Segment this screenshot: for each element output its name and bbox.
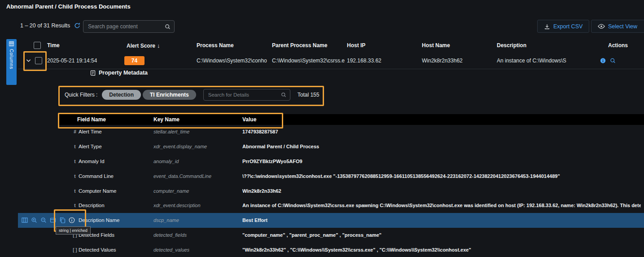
eye-icon bbox=[598, 24, 605, 29]
field-type-icon: # bbox=[71, 129, 79, 134]
field-value: PrrO9ZYBktzPWyo5AFO9 bbox=[242, 159, 302, 164]
key-name: stellar.alert_time bbox=[153, 129, 189, 134]
chevron-down-icon[interactable] bbox=[26, 59, 31, 62]
book-icon bbox=[90, 70, 96, 76]
key-name: computer_name bbox=[153, 188, 189, 194]
investigate-search-icon[interactable] bbox=[610, 58, 616, 63]
field-name: Alert Type bbox=[79, 144, 102, 149]
detail-search-icon[interactable] bbox=[281, 92, 286, 97]
sort-desc-icon[interactable]: ↓ bbox=[157, 42, 160, 49]
results-count: 1 – 20 of 31 Results bbox=[20, 22, 70, 29]
header-description[interactable]: Description bbox=[497, 42, 526, 49]
header-time[interactable]: Time bbox=[47, 42, 60, 49]
header-host-name[interactable]: Host Name bbox=[422, 42, 450, 49]
field-type-icon: t bbox=[71, 203, 79, 208]
field-name: Anomaly Id bbox=[79, 159, 105, 164]
key-name: anomaly_id bbox=[153, 159, 179, 164]
cell-host-name: Win2k8r2n33h62 bbox=[422, 58, 489, 64]
cell-host-ip: 192.168.33.62 bbox=[347, 58, 414, 64]
table-columns-icon[interactable] bbox=[22, 217, 28, 223]
field-type-tooltip: string | enriched bbox=[56, 226, 91, 235]
select-view-label: Select View bbox=[608, 23, 637, 30]
quick-filters-label: Quick Filters : bbox=[65, 92, 97, 98]
metadata-row[interactable]: # Alert Time stellar.alert_time 17479382… bbox=[18, 124, 644, 139]
metadata-rows: # Alert Time stellar.alert_time 17479382… bbox=[18, 124, 644, 257]
cell-time: 2025-05-21 19:14:54 bbox=[47, 58, 97, 64]
field-value: Best Effort bbox=[242, 217, 267, 223]
refresh-icon[interactable] bbox=[74, 22, 80, 29]
page-title: Abnormal Parent / Child Process Document… bbox=[6, 3, 131, 10]
filter-ti-enrichments-button[interactable]: TI Enrichments bbox=[143, 90, 196, 100]
field-type-icon: t bbox=[71, 159, 79, 164]
metadata-row[interactable]: [ ] Detected Values detected_values "Win… bbox=[18, 242, 644, 257]
filter-detection-button[interactable]: Detection bbox=[102, 90, 141, 100]
property-metadata-heading: Property Metadata bbox=[90, 70, 148, 76]
field-name: Computer Name bbox=[79, 188, 116, 194]
header-alert-score[interactable]: Alert Score ↓ bbox=[127, 42, 160, 49]
field-value: Abnormal Parent / Child Process bbox=[242, 144, 319, 149]
field-info-icon[interactable] bbox=[69, 217, 75, 223]
main-table-header: Time Alert Score ↓ Process Name Parent P… bbox=[0, 41, 644, 51]
alert-row[interactable]: 2025-05-21 19:14:54 74 C:\Windows\System… bbox=[18, 52, 644, 69]
download-icon bbox=[544, 23, 550, 30]
total-count: Total 155 bbox=[298, 92, 320, 98]
field-type-icon: t bbox=[71, 188, 79, 193]
metadata-row[interactable]: t Description xdr_event.description An i… bbox=[18, 198, 644, 213]
metadata-header-field[interactable]: Field Name bbox=[77, 116, 106, 123]
metadata-row[interactable]: t Anomaly Id anomaly_id PrrO9ZYBktzPWyo5… bbox=[18, 154, 644, 169]
alert-score-badge[interactable]: 74 bbox=[124, 56, 145, 65]
metadata-row[interactable]: t Alert Type xdr_event.display_name Abno… bbox=[18, 139, 644, 154]
metadata-table-header: Field Name Key Name Value bbox=[58, 114, 644, 125]
metadata-row[interactable]: t Computer Name computer_name Win2k8r2n3… bbox=[18, 183, 644, 198]
key-name: event_data.CommandLine bbox=[153, 173, 211, 179]
key-name: dscp_name bbox=[153, 217, 179, 223]
export-csv-label: Export CSV bbox=[553, 23, 583, 30]
zoom-out-icon[interactable] bbox=[40, 217, 47, 223]
field-type-icon: t bbox=[71, 173, 79, 178]
header-host-ip[interactable]: Host IP bbox=[347, 42, 365, 49]
window-icon[interactable] bbox=[50, 217, 56, 223]
field-name: Detected Values bbox=[79, 247, 116, 253]
field-name: Command Line bbox=[79, 173, 114, 179]
field-value: 1747938287587 bbox=[242, 129, 278, 134]
metadata-header-value[interactable]: Value bbox=[242, 116, 256, 123]
field-name: Alert Time bbox=[79, 129, 102, 134]
field-value: "Win2k8r2n33h62" , "C:\\Windows\\System3… bbox=[242, 247, 471, 253]
field-type-icon: [ ] bbox=[71, 247, 79, 252]
row-checkbox[interactable] bbox=[35, 57, 42, 64]
metadata-row[interactable]: [ ] Detected Fields detected_fields "com… bbox=[18, 228, 644, 243]
metadata-row[interactable]: t Description Name dscp_name Best Effort bbox=[18, 213, 644, 228]
quick-filters-bar: Quick Filters : Detection TI Enrichments… bbox=[58, 86, 321, 103]
header-process-name[interactable]: Process Name bbox=[197, 42, 234, 49]
zoom-in-icon[interactable] bbox=[31, 217, 37, 223]
app-screen: Abnormal Parent / Child Process Document… bbox=[0, 0, 644, 257]
cell-description: An instance of C:\Windows\S bbox=[497, 58, 598, 64]
field-name: Description bbox=[79, 203, 105, 208]
columns-tab-label: Columns bbox=[9, 49, 14, 69]
row-actions bbox=[600, 58, 616, 63]
cell-parent-process-name: C:\Windows\System32\csrss.e bbox=[272, 58, 345, 64]
field-value: "computer_name" , "parent_proc_name" , "… bbox=[242, 232, 381, 238]
metadata-header-key[interactable]: Key Name bbox=[153, 116, 180, 123]
key-name: xdr_event.display_name bbox=[153, 144, 207, 149]
key-name: detected_values bbox=[153, 247, 189, 253]
export-csv-button[interactable]: Export CSV bbox=[537, 20, 589, 33]
property-metadata-title: Property Metadata bbox=[99, 70, 148, 76]
copy-icon[interactable] bbox=[59, 217, 66, 223]
field-type-icon: t bbox=[71, 144, 79, 149]
key-name: xdr_event.description bbox=[153, 203, 201, 208]
header-actions: Actions bbox=[608, 42, 628, 49]
field-value: Win2k8r2n33h62 bbox=[242, 188, 281, 194]
info-icon[interactable] bbox=[600, 58, 606, 63]
select-view-button[interactable]: Select View bbox=[591, 20, 644, 33]
metadata-row[interactable]: t Command Line event_data.CommandLine \?… bbox=[18, 168, 644, 183]
metadata-row-hover-actions bbox=[22, 217, 75, 223]
detail-search-input[interactable] bbox=[207, 92, 278, 98]
header-parent-process-name[interactable]: Parent Process Name bbox=[272, 42, 327, 49]
field-name: Description Name bbox=[79, 217, 119, 223]
results-summary: 1 – 20 of 31 Results bbox=[20, 22, 80, 29]
detail-search bbox=[203, 89, 290, 101]
page-search-input[interactable] bbox=[87, 23, 162, 30]
search-icon[interactable] bbox=[165, 24, 171, 30]
cell-process-name: C:\Windows\System32\conho bbox=[197, 58, 270, 64]
